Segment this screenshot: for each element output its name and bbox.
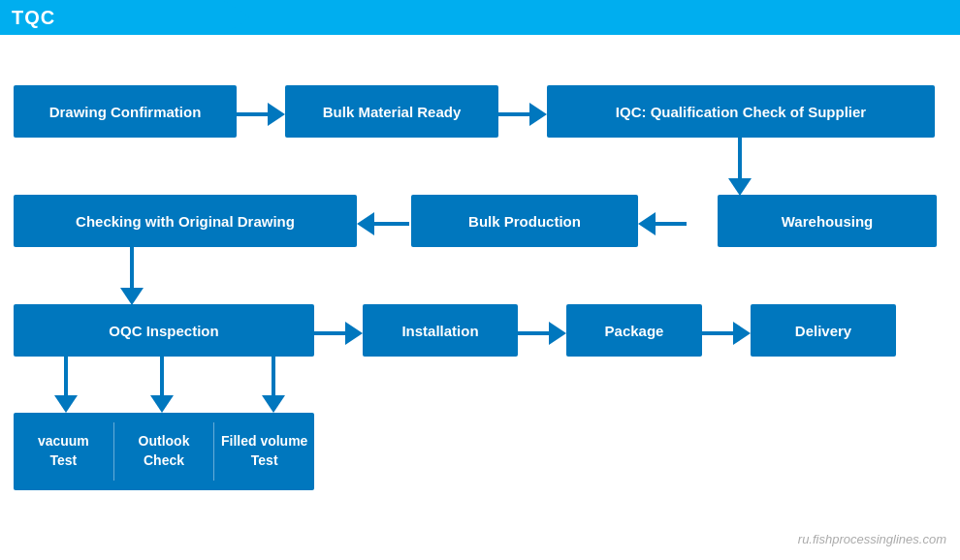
- header-bar: TQC: [0, 0, 960, 35]
- arrow-r3-3-4: [702, 322, 751, 345]
- box-warehousing: Warehousing: [718, 195, 937, 247]
- bottom-combined-box: vacuum Test Outlook Check Filled volume …: [14, 413, 314, 490]
- bottom-item-filled: Filled volume Test: [214, 424, 314, 478]
- box-drawing-confirmation: Drawing Confirmation: [14, 85, 237, 138]
- box-iqc: IQC: Qualification Check of Supplier: [547, 85, 935, 138]
- bottom-item-outlook: Outlook Check: [114, 424, 214, 478]
- arrow-d-checking: [120, 247, 144, 305]
- box-bulk-material-ready: Bulk Material Ready: [285, 85, 498, 138]
- arrow-d-iqc: [728, 138, 752, 196]
- bottom-item-vacuum: vacuum Test: [14, 424, 113, 478]
- arrow-r1-1-2: [237, 103, 285, 126]
- arrow-r1-2-3: [498, 103, 547, 126]
- arrow-d-oqc-right: [262, 357, 285, 413]
- arrow-r3-2-3: [518, 322, 566, 345]
- box-oqc-inspection: OQC Inspection: [14, 304, 314, 357]
- box-checking-original: Checking with Original Drawing: [14, 195, 357, 247]
- arrow-r2-3-2: [638, 212, 687, 235]
- box-bulk-production: Bulk Production: [411, 195, 638, 247]
- box-installation: Installation: [363, 304, 518, 357]
- arrow-r3-1-2: [314, 322, 363, 345]
- watermark: ru.fishprocessinglines.com: [798, 532, 946, 546]
- arrow-r2-2-1: [357, 212, 409, 235]
- arrow-d-oqc-mid: [150, 357, 174, 413]
- arrow-d-oqc-left: [54, 357, 78, 413]
- box-delivery: Delivery: [751, 304, 896, 357]
- header-arrow: [223, 0, 250, 35]
- box-package: Package: [566, 304, 702, 357]
- header-title: TQC: [12, 7, 55, 29]
- main-content: Drawing Confirmation Bulk Material Ready…: [0, 35, 960, 560]
